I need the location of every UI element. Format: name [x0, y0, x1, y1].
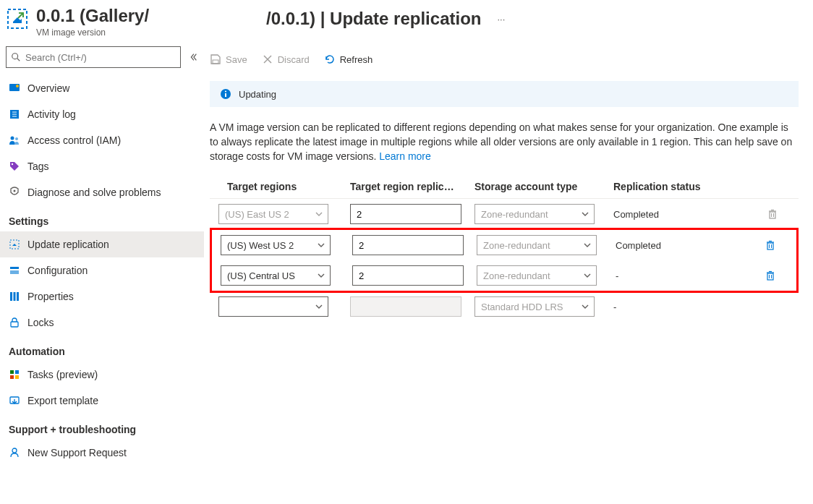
sidebar-item-label: Diagnose and solve problems [27, 187, 161, 198]
header-storage: Storage account type [474, 181, 613, 192]
search-icon [11, 52, 21, 62]
tasks-icon [9, 369, 20, 380]
svg-rect-21 [15, 370, 19, 374]
learn-more-link[interactable]: Learn more [379, 150, 431, 162]
svg-line-2 [17, 59, 20, 61]
sidebar-section-settings: Settings [0, 205, 204, 231]
support-icon [9, 447, 20, 458]
page-title-left: 0.0.1 (Gallery/ [36, 6, 149, 26]
collapse-sidebar-button[interactable] [188, 52, 198, 62]
configuration-icon [9, 265, 20, 276]
header-replicas: Target region replic… [350, 181, 474, 192]
refresh-label: Refresh [340, 54, 373, 65]
svg-rect-17 [14, 292, 16, 301]
locks-icon [9, 317, 20, 328]
sidebar-item-update-replication[interactable]: Update replication [0, 231, 204, 257]
more-actions-button[interactable]: ··· [494, 11, 508, 27]
replication-table: Target regions Target region replic… Sto… [210, 175, 799, 322]
main-content: Save Discard Refresh Updating A VM image… [204, 38, 813, 504]
sidebar-item-access-control[interactable]: Access control (IAM) [0, 127, 204, 153]
svg-point-31 [225, 90, 226, 92]
region-select[interactable]: (US) West US 2 [221, 235, 331, 255]
header-region: Target regions [213, 181, 350, 192]
storage-select[interactable]: Standard HDD LRS [474, 296, 595, 317]
sidebar-item-activity-log[interactable]: Activity log [0, 101, 204, 127]
table-row: (US) East US 2 Zone-redundant Completed [210, 199, 799, 229]
tags-icon [9, 161, 20, 172]
save-label: Save [226, 54, 247, 65]
search-input-wrapper[interactable] [6, 46, 181, 68]
sidebar-item-tags[interactable]: Tags [0, 153, 204, 179]
replicas-input [350, 296, 461, 317]
sidebar-item-label: Activity log [27, 108, 76, 120]
sidebar-item-locks[interactable]: Locks [0, 309, 204, 336]
sidebar-item-label: Configuration [27, 265, 88, 276]
resource-icon [6, 7, 29, 30]
export-template-icon [9, 395, 20, 406]
sidebar-item-properties[interactable]: Properties [0, 283, 204, 309]
table-header: Target regions Target region replic… Sto… [210, 175, 799, 199]
svg-rect-16 [10, 292, 12, 301]
header-status: Replication status [613, 181, 767, 192]
sidebar-item-overview[interactable]: Overview [0, 75, 204, 101]
svg-rect-14 [10, 267, 19, 269]
svg-point-11 [12, 163, 13, 165]
search-input[interactable] [25, 52, 176, 63]
sidebar-item-configuration[interactable]: Configuration [0, 257, 204, 283]
svg-rect-37 [767, 243, 773, 249]
sidebar-item-label: Properties [27, 291, 74, 302]
chevron-down-icon [317, 271, 325, 280]
delete-button [767, 208, 796, 220]
svg-rect-32 [770, 212, 775, 218]
delete-button[interactable] [765, 239, 793, 251]
info-icon [220, 88, 231, 100]
svg-rect-30 [225, 93, 226, 97]
svg-point-1 [12, 54, 18, 59]
discard-icon [262, 54, 273, 65]
chevron-down-icon [581, 210, 589, 218]
svg-rect-15 [10, 270, 19, 274]
status-cell: Completed [613, 209, 767, 220]
toolbar: Save Discard Refresh [210, 46, 799, 72]
page-subtitle: VM image version [36, 27, 149, 38]
region-select[interactable] [218, 296, 328, 317]
delete-button[interactable] [765, 270, 793, 281]
svg-rect-18 [17, 292, 19, 301]
region-select[interactable]: (US) Central US [221, 265, 331, 286]
diagnose-icon [9, 187, 20, 198]
page-header: 0.0.1 (Gallery/ VM image version /0.0.1)… [0, 0, 813, 38]
discard-button[interactable]: Discard [262, 54, 310, 65]
refresh-icon [324, 54, 336, 65]
banner-text: Updating [239, 89, 276, 100]
table-row: (US) West US 2 Zone-redundant Completed [212, 230, 796, 260]
chevron-down-icon [583, 241, 592, 249]
replicas-input[interactable] [352, 235, 464, 255]
refresh-button[interactable]: Refresh [324, 54, 373, 65]
description: A VM image version can be replicated to … [210, 120, 799, 163]
save-icon [210, 54, 221, 65]
svg-rect-22 [10, 375, 14, 379]
discard-label: Discard [278, 54, 310, 65]
storage-select[interactable]: Zone-redundant [477, 265, 597, 286]
svg-rect-23 [15, 375, 19, 379]
chevron-down-icon [581, 302, 589, 311]
svg-rect-20 [10, 370, 14, 374]
table-row: Standard HDD LRS - [210, 291, 799, 322]
svg-point-25 [12, 448, 17, 453]
sidebar-item-label: Export template [27, 395, 98, 406]
svg-rect-19 [11, 322, 18, 327]
svg-rect-42 [767, 273, 773, 280]
page-title-right: /0.0.1) | Update replication [266, 9, 481, 29]
storage-select[interactable]: Zone-redundant [477, 235, 597, 255]
replicas-input[interactable] [352, 265, 464, 286]
sidebar-item-diagnose[interactable]: Diagnose and solve problems [0, 179, 204, 205]
sidebar-item-label: New Support Request [27, 447, 127, 458]
sidebar-item-label: Update replication [27, 239, 109, 250]
replicas-input[interactable] [350, 204, 461, 224]
sidebar-item-label: Locks [27, 317, 54, 328]
sidebar-item-export-template[interactable]: Export template [0, 388, 204, 414]
sidebar-item-new-support[interactable]: New Support Request [0, 440, 204, 466]
sidebar-item-tasks[interactable]: Tasks (preview) [0, 362, 204, 388]
save-button[interactable]: Save [210, 54, 247, 65]
storage-select[interactable]: Zone-redundant [474, 204, 595, 224]
